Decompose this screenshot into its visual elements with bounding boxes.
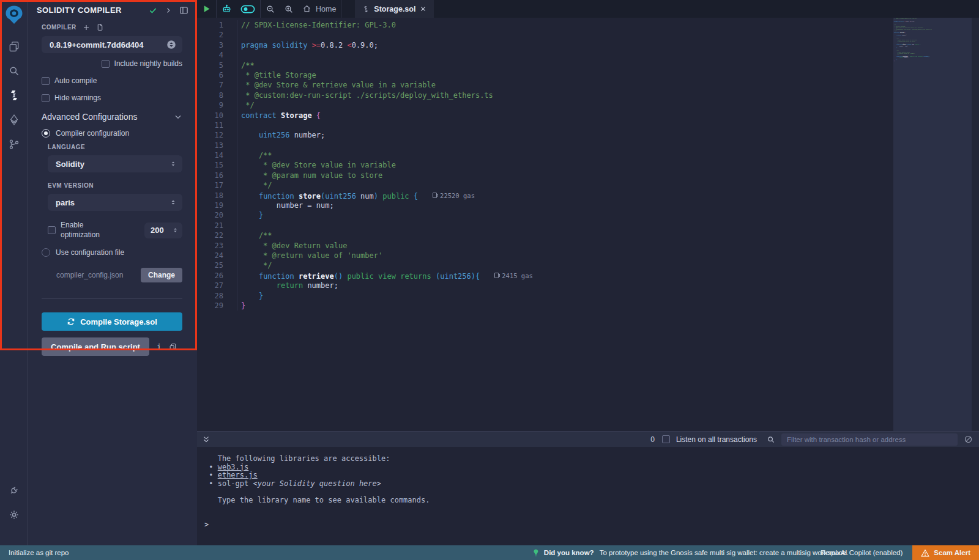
evm-version-select[interactable]: paris bbox=[48, 194, 182, 211]
code-line[interactable]: 14 /** bbox=[197, 150, 979, 160]
line-number[interactable]: 23 bbox=[197, 241, 229, 251]
line-number[interactable]: 20 bbox=[197, 210, 229, 220]
code-line[interactable]: 11 bbox=[197, 120, 979, 130]
code-line[interactable]: 22 /** bbox=[197, 230, 979, 240]
home-tab[interactable]: Home bbox=[302, 4, 336, 13]
code-line[interactable]: 3pragma solidity >=0.8.2 <0.9.0; bbox=[197, 40, 979, 50]
run-script-play-icon[interactable] bbox=[202, 4, 211, 13]
compiler-configuration-radio[interactable]: Compiler configuration bbox=[42, 129, 182, 138]
line-number[interactable]: 7 bbox=[197, 80, 229, 90]
line-number[interactable]: 6 bbox=[197, 70, 229, 80]
code-line[interactable]: 28 } bbox=[197, 291, 979, 301]
line-number[interactable]: 8 bbox=[197, 90, 229, 100]
line-number[interactable]: 3 bbox=[197, 40, 229, 50]
terminal-prompt[interactable]: > bbox=[204, 521, 979, 529]
line-number[interactable]: 29 bbox=[197, 301, 229, 311]
code-line[interactable]: 4 bbox=[197, 50, 979, 60]
code-line[interactable]: 12 uint256 number; bbox=[197, 130, 979, 140]
line-number[interactable]: 16 bbox=[197, 171, 229, 180]
search-icon[interactable] bbox=[0, 59, 28, 83]
line-number[interactable]: 18 bbox=[197, 191, 229, 201]
code-line[interactable]: 25 */ bbox=[197, 260, 979, 270]
code-line[interactable]: 7 * @dev Store & retrieve value in a var… bbox=[197, 80, 979, 90]
line-number[interactable]: 15 bbox=[197, 160, 229, 170]
deploy-run-icon[interactable] bbox=[0, 108, 28, 132]
solidity-compiler-icon[interactable] bbox=[0, 83, 28, 108]
line-number[interactable]: 10 bbox=[197, 111, 229, 120]
terminal-link[interactable]: ethers.js bbox=[218, 471, 258, 479]
use-configuration-file-radio[interactable]: Use configuration file bbox=[42, 248, 182, 257]
zoom-in-icon[interactable] bbox=[284, 4, 294, 14]
radio-dot[interactable] bbox=[42, 129, 50, 138]
line-number[interactable]: 17 bbox=[197, 180, 229, 190]
code-line[interactable]: 5/** bbox=[197, 61, 979, 70]
line-number[interactable]: 14 bbox=[197, 150, 229, 160]
code-line[interactable]: 2 bbox=[197, 30, 979, 40]
line-number[interactable]: 27 bbox=[197, 281, 229, 290]
change-config-button[interactable]: Change bbox=[141, 268, 182, 282]
close-tab-icon[interactable] bbox=[420, 6, 426, 12]
scam-alert-badge[interactable]: Scam Alert bbox=[912, 545, 979, 560]
terminal-search-icon[interactable] bbox=[767, 435, 775, 444]
code-line[interactable]: 15 * @dev Store value in variable bbox=[197, 160, 979, 170]
code-line[interactable]: 8 * @custom:dev-run-script ./scripts/dep… bbox=[197, 90, 979, 100]
line-number[interactable]: 24 bbox=[197, 251, 229, 260]
line-number[interactable]: 9 bbox=[197, 100, 229, 110]
listen-transactions-checkbox[interactable] bbox=[662, 435, 670, 443]
code-line[interactable]: 6 * @title Storage bbox=[197, 70, 979, 80]
code-line[interactable]: 18 function store(uint256 num) public {2… bbox=[197, 191, 979, 201]
plugin-manager-icon[interactable] bbox=[0, 478, 28, 503]
radio-dot[interactable] bbox=[42, 248, 50, 257]
zoom-out-icon[interactable] bbox=[266, 4, 275, 14]
line-number[interactable]: 28 bbox=[197, 291, 229, 301]
language-select[interactable]: Solidity bbox=[48, 155, 182, 172]
line-number[interactable]: 5 bbox=[197, 61, 229, 70]
tab-storage-sol[interactable]: Storage.sol bbox=[355, 0, 434, 18]
line-number[interactable]: 11 bbox=[197, 120, 229, 130]
compiler-version-select[interactable]: 0.8.19+commit.7dd6d404 bbox=[42, 36, 182, 53]
code-line[interactable]: 26 function retrieve() public view retur… bbox=[197, 271, 979, 281]
code-line[interactable]: 10contract Storage { bbox=[197, 111, 979, 120]
code-line[interactable]: 24 * @return value of 'number' bbox=[197, 251, 979, 260]
line-number[interactable]: 4 bbox=[197, 50, 229, 60]
runs-stepper-icon[interactable] bbox=[172, 226, 179, 234]
code-line[interactable]: 19 number = num; bbox=[197, 201, 979, 210]
code-line[interactable]: 17 */ bbox=[197, 180, 979, 190]
clear-console-icon[interactable] bbox=[964, 435, 973, 444]
editor-scrollbar[interactable] bbox=[972, 18, 979, 431]
transaction-filter-input[interactable] bbox=[781, 433, 958, 446]
git-icon[interactable] bbox=[0, 132, 28, 157]
code-line[interactable]: 23 * @dev Return value bbox=[197, 241, 979, 251]
code-line[interactable]: 13 bbox=[197, 141, 979, 150]
file-explorer-icon[interactable] bbox=[0, 34, 28, 59]
line-number[interactable]: 22 bbox=[197, 230, 229, 240]
auto-compile-checkbox[interactable] bbox=[42, 77, 50, 85]
copilot-toggle-icon[interactable] bbox=[240, 4, 255, 14]
line-number[interactable]: 13 bbox=[197, 141, 229, 150]
chevron-right-icon[interactable] bbox=[165, 7, 172, 14]
info-icon[interactable]: i bbox=[157, 342, 162, 352]
settings-gear-icon[interactable] bbox=[0, 503, 28, 527]
code-line[interactable]: 29} bbox=[197, 301, 979, 311]
line-number[interactable]: 12 bbox=[197, 130, 229, 140]
enable-optimization-checkbox[interactable] bbox=[48, 226, 56, 234]
remix-logo[interactable] bbox=[4, 5, 24, 27]
compile-and-run-button[interactable]: Compile and Run script bbox=[42, 337, 149, 356]
code-line[interactable]: 16 * @param num value to store bbox=[197, 171, 979, 180]
hide-warnings-checkbox[interactable] bbox=[42, 94, 50, 102]
terminal-link[interactable]: web3.js bbox=[218, 463, 249, 471]
expand-terminal-icon[interactable] bbox=[202, 435, 210, 444]
line-number[interactable]: 26 bbox=[197, 271, 229, 281]
minimap[interactable]: // SPDX-License-Identifier: GPL-3.0pragm… bbox=[893, 18, 972, 431]
git-init-label[interactable]: Initialize as git repo bbox=[9, 549, 69, 556]
code-line[interactable]: 27 return number; bbox=[197, 281, 979, 290]
advanced-configurations-toggle[interactable]: Advanced Configurations bbox=[42, 112, 182, 122]
code-line[interactable]: 20 } bbox=[197, 210, 979, 220]
pin-panel-icon[interactable] bbox=[179, 6, 188, 15]
code-line[interactable]: 21 bbox=[197, 221, 979, 230]
line-number[interactable]: 2 bbox=[197, 30, 229, 40]
add-compiler-icon[interactable] bbox=[83, 24, 90, 31]
line-number[interactable]: 1 bbox=[197, 20, 229, 30]
compile-button[interactable]: Compile Storage.sol bbox=[42, 312, 182, 331]
include-nightly-checkbox[interactable] bbox=[102, 60, 110, 68]
